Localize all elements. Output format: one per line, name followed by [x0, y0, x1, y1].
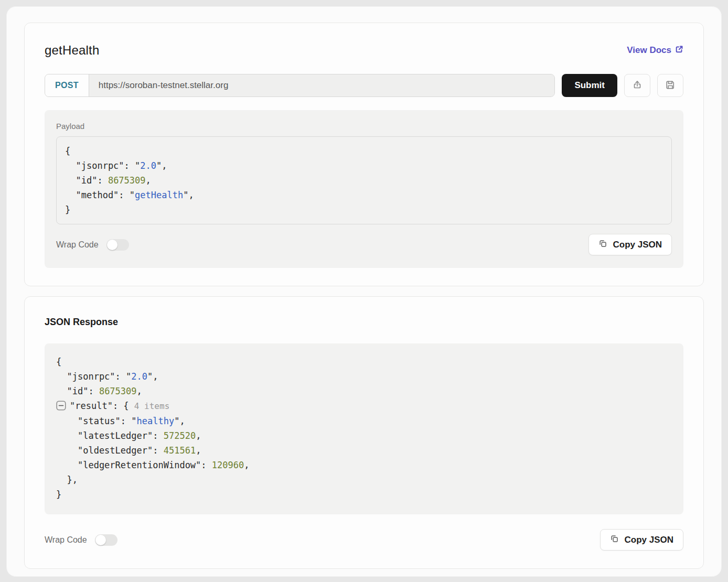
code-line: "jsonrpc": "2.0",: [56, 369, 672, 384]
code-line: "latestLedger": 572520,: [56, 428, 672, 443]
copy-json-label: Copy JSON: [624, 535, 673, 545]
code-line: },: [56, 472, 672, 487]
code-line: "status": "healthy",: [56, 414, 672, 428]
payload-controls-row: Wrap Code Copy JSON: [56, 234, 672, 255]
code-line: "oldestLedger": 451561,: [56, 443, 672, 458]
wrap-code-control: Wrap Code: [45, 534, 117, 546]
copy-icon: [610, 534, 619, 546]
wrap-code-toggle[interactable]: [106, 239, 129, 251]
code-line: }: [65, 202, 663, 217]
copy-json-button[interactable]: Copy JSON: [600, 529, 683, 551]
copy-json-label: Copy JSON: [613, 240, 662, 250]
submit-button[interactable]: Submit: [562, 74, 617, 97]
request-card-header: getHealth View Docs: [45, 43, 683, 58]
code-line: {: [65, 144, 663, 158]
save-icon: [665, 79, 676, 92]
wrap-code-control: Wrap Code: [56, 239, 129, 251]
collapse-node-icon[interactable]: [56, 401, 66, 411]
external-link-icon: [675, 45, 683, 56]
share-icon: [631, 79, 643, 92]
endpoint-input-group: POST: [45, 74, 555, 97]
payload-section: Payload { "jsonrpc": "2.0", "id": 867530…: [45, 110, 683, 268]
response-controls-row: Wrap Code Copy JSON: [45, 529, 683, 551]
http-method-badge: POST: [45, 74, 89, 96]
code-line: "result": { 4 items: [56, 398, 672, 414]
share-request-button[interactable]: [624, 74, 650, 97]
code-line: {: [56, 354, 672, 369]
response-heading: JSON Response: [45, 317, 683, 328]
wrap-code-toggle[interactable]: [95, 534, 117, 546]
payload-label: Payload: [56, 122, 672, 131]
view-docs-link[interactable]: View Docs: [627, 45, 683, 56]
endpoint-url-input[interactable]: [89, 74, 555, 96]
request-card: getHealth View Docs POST Submit: [24, 23, 704, 286]
response-json-viewer: { "jsonrpc": "2.0", "id": 8675309,"resul…: [45, 343, 683, 514]
code-line: }: [56, 487, 672, 502]
save-request-button[interactable]: [657, 74, 683, 97]
wrap-code-label: Wrap Code: [45, 535, 87, 545]
payload-editor[interactable]: { "jsonrpc": "2.0", "id": 8675309, "meth…: [56, 136, 672, 224]
code-line: "ledgerRetentionWindow": 120960,: [56, 458, 672, 472]
request-bar: POST Submit: [45, 74, 683, 97]
response-card: JSON Response { "jsonrpc": "2.0", "id": …: [24, 296, 704, 569]
copy-icon: [598, 239, 607, 251]
view-docs-label: View Docs: [627, 45, 671, 56]
page-title: getHealth: [45, 43, 100, 58]
copy-json-button[interactable]: Copy JSON: [588, 234, 672, 255]
code-line: "method": "getHealth",: [65, 188, 663, 202]
toggle-knob: [107, 240, 117, 250]
wrap-code-label: Wrap Code: [56, 240, 99, 250]
code-line: "id": 8675309,: [65, 173, 663, 188]
code-line: "jsonrpc": "2.0",: [65, 158, 663, 173]
code-line: "id": 8675309,: [56, 384, 672, 398]
toggle-knob: [95, 535, 106, 545]
app-page: getHealth View Docs POST Submit: [6, 6, 722, 577]
